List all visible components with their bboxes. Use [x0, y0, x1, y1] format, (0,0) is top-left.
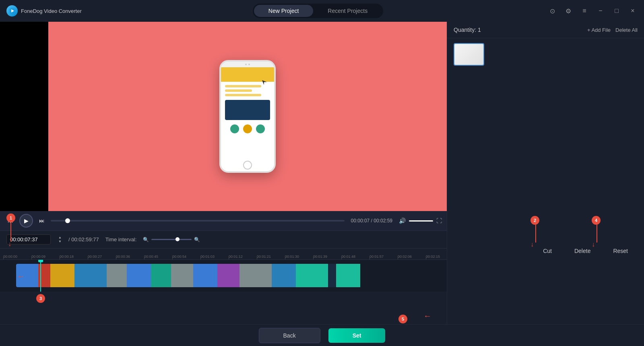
- ruler-mark-14: 00:02:06: [398, 255, 426, 259]
- interval-thumb: [175, 237, 180, 241]
- video-canvas: [48, 22, 447, 211]
- thumbnail-1[interactable]: [454, 43, 484, 66]
- annotation-badge-5: 5: [398, 315, 407, 323]
- volume-slider[interactable]: [409, 220, 433, 222]
- track-segment-6: [127, 264, 151, 287]
- track-segment-3: [50, 264, 74, 287]
- interval-track[interactable]: [151, 239, 192, 240]
- annotation-arrow-5: ←: [423, 311, 431, 321]
- ruler-mark-5: 00:00:45: [144, 255, 172, 259]
- ruler-marks: 00:00:00 00:00:09 00:00:18 00:00:27 00:0…: [0, 249, 447, 259]
- quantity-label: Quantity: 1: [454, 27, 481, 33]
- ruler-mark-7: 00:01:03: [200, 255, 229, 259]
- video-preview: [0, 22, 447, 211]
- phone-icon-3: [256, 124, 265, 133]
- timecode-down[interactable]: ▼: [58, 240, 62, 244]
- phone-line-3: [225, 94, 261, 96]
- phone-mockup: [219, 60, 276, 173]
- titlebar: FoneDog Video Converter New Project Rece…: [0, 0, 644, 22]
- ruler-mark-15: 00:02:15: [426, 255, 447, 259]
- maximize-button[interactable]: □: [612, 6, 621, 16]
- app-title: FoneDog Video Converter: [21, 8, 82, 14]
- logo-icon: [6, 5, 18, 17]
- annotation-arrow-4: ↓: [592, 241, 595, 248]
- editor-area: ⏮ ▶ ⏭ 00:00:07 / 00:02:59 🔊 ⛶ ▲ ▼ / 00:0…: [0, 22, 447, 346]
- ruler-mark-8: 00:01:12: [229, 255, 257, 259]
- fullscreen-button[interactable]: ⛶: [436, 218, 442, 224]
- ruler-mark-3: 00:00:27: [88, 255, 116, 259]
- interval-slider[interactable]: 🔍 🔍: [143, 237, 200, 242]
- right-panel-thumbnails: [447, 38, 644, 70]
- tab-new-project[interactable]: New Project: [254, 5, 313, 17]
- phone-icon-2: [243, 124, 252, 133]
- phone-topbar: [221, 67, 274, 82]
- annotation-badge-1: 1: [6, 213, 15, 222]
- track-segment-7: [151, 264, 171, 287]
- timecode-input[interactable]: [6, 234, 51, 244]
- timeline-track[interactable]: [16, 264, 443, 287]
- scrubber-track[interactable]: [51, 220, 345, 222]
- ruler-mark-1: 00:00:09: [31, 255, 60, 259]
- annotation-line-1: [10, 222, 11, 242]
- delete-all-button[interactable]: Delete All: [615, 27, 638, 33]
- cut-button[interactable]: Cut: [532, 244, 563, 257]
- ruler-mark-11: 00:01:39: [313, 255, 341, 259]
- ruler-mark-9: 00:01:21: [257, 255, 285, 259]
- right-panel-header: Quantity: 1 + Add File Delete All: [447, 22, 644, 38]
- settings-icon[interactable]: ⚙: [564, 6, 573, 16]
- volume-icon[interactable]: 🔊: [399, 218, 406, 224]
- timeline-controls: ▲ ▼ / 00:02:59:77 Time interval: 🔍 🔍: [0, 230, 447, 248]
- timecode-arrows: ▲ ▼: [58, 236, 62, 244]
- phone-content-block: [225, 100, 270, 120]
- reset-button[interactable]: Reset: [602, 244, 639, 257]
- right-panel-actions: + Add File Delete All: [587, 27, 638, 33]
- bottom-bar: Back Set: [0, 324, 644, 346]
- phone-line-2: [225, 89, 252, 92]
- set-button[interactable]: Set: [328, 328, 386, 343]
- track-segment-14: [328, 264, 336, 287]
- annotation-arrow-2: ↓: [530, 241, 534, 248]
- transport-bar: ⏮ ▶ ⏭ 00:00:07 / 00:02:59 🔊 ⛶: [0, 211, 447, 230]
- timeline-arrow-left: ←: [17, 272, 25, 281]
- delete-button[interactable]: Delete: [563, 244, 602, 257]
- timeline-track-area[interactable]: ←: [0, 259, 447, 292]
- track-segment-9: [193, 264, 217, 287]
- minimize-button[interactable]: −: [596, 6, 605, 16]
- tab-group: New Project Recent Projects: [89, 4, 547, 18]
- track-segment-10: [217, 264, 239, 287]
- skip-forward-button[interactable]: ⏭: [36, 215, 47, 226]
- annotation-line-2: [535, 225, 536, 242]
- phone-icons: [225, 122, 270, 136]
- tab-recent-projects[interactable]: Recent Projects: [313, 5, 382, 17]
- time-display: 00:00:07 / 00:02:59: [351, 218, 392, 224]
- ruler-mark-13: 00:01:57: [369, 255, 398, 259]
- edit-buttons: Cut Delete Reset: [447, 244, 644, 257]
- timecode-up[interactable]: ▲: [58, 236, 62, 240]
- track-segment-5: [107, 264, 127, 287]
- main-area: ⏮ ▶ ⏭ 00:00:07 / 00:02:59 🔊 ⛶ ▲ ▼ / 00:0…: [0, 22, 644, 346]
- account-icon[interactable]: ⊙: [547, 6, 557, 16]
- track-segment-8: [171, 264, 193, 287]
- add-file-button[interactable]: + Add File: [587, 27, 611, 33]
- preview-left-panel: [0, 22, 48, 211]
- annotation-arrow-1: ↓: [8, 240, 11, 248]
- menu-icon[interactable]: ≡: [580, 6, 589, 16]
- track-segment-13: [296, 264, 328, 287]
- zoom-in-icon[interactable]: 🔍: [194, 237, 200, 242]
- annotation-badge-4: 4: [592, 216, 601, 225]
- scrubber-thumb: [65, 218, 70, 223]
- playhead: [40, 260, 41, 292]
- ruler-mark-6: 00:00:54: [172, 255, 200, 259]
- playhead-head: [38, 259, 43, 262]
- right-panel: Quantity: 1 + Add File Delete All Cut De…: [447, 22, 644, 346]
- close-button[interactable]: ×: [628, 6, 638, 16]
- titlebar-controls: ⊙ ⚙ ≡ − □ ×: [547, 6, 644, 16]
- back-button[interactable]: Back: [259, 328, 320, 343]
- zoom-out-icon[interactable]: 🔍: [143, 237, 149, 242]
- track-segment-15: [336, 264, 360, 287]
- phone-line-1: [225, 85, 261, 87]
- app-logo: FoneDog Video Converter: [0, 5, 89, 17]
- total-time-label: / 00:02:59:77: [68, 236, 99, 242]
- play-button[interactable]: ▶: [19, 214, 33, 228]
- phone-home-button: [243, 161, 252, 170]
